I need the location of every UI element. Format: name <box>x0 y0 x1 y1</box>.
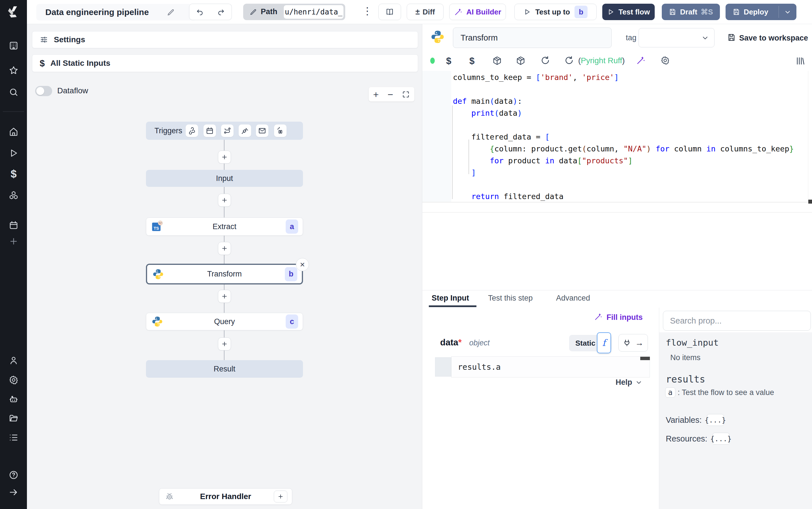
flow-input-section-label[interactable]: flow_input <box>666 337 719 348</box>
tab-step-input[interactable]: Step Input <box>432 294 469 303</box>
schedule-trigger-icon[interactable] <box>204 125 216 137</box>
workspace-icon[interactable] <box>8 40 19 51</box>
variables-dollar-icon[interactable]: $ <box>469 56 474 66</box>
reload-icon[interactable] <box>564 56 574 65</box>
result-node[interactable]: Result <box>146 360 303 378</box>
package-icon[interactable] <box>492 56 502 66</box>
variables-dollar-icon[interactable]: $ <box>8 168 19 179</box>
flow-settings-label: Settings <box>54 35 85 44</box>
poll-watch-trigger-icon[interactable] <box>274 125 287 137</box>
ai-builder-button[interactable]: AI Builder <box>449 4 506 20</box>
undo-button[interactable] <box>189 4 211 20</box>
home-icon[interactable] <box>8 126 19 137</box>
insert-step-button[interactable] <box>218 242 231 255</box>
lint-status: (Pyright Ruff) <box>578 56 625 65</box>
toggle-knob <box>36 87 44 95</box>
code-editor[interactable]: columns_to_keep = ['brand', 'price']def … <box>453 71 810 202</box>
more-options-kebab-icon[interactable]: ⋮ <box>362 5 373 17</box>
websocket-plug-trigger-icon[interactable] <box>238 125 251 137</box>
step-name-input[interactable]: Transform <box>453 28 612 48</box>
diff-button[interactable]: ±Diff <box>407 4 444 20</box>
indent-guide <box>469 139 469 174</box>
draft-button[interactable]: Draft ⌘S <box>662 4 720 20</box>
expression-editor-gutter <box>435 357 451 377</box>
editor-scrollbar-thumb[interactable] <box>808 200 812 204</box>
dataflow-toggle[interactable] <box>35 86 52 96</box>
sidebar-more-plus-icon[interactable] <box>8 236 19 247</box>
docs-book-button[interactable] <box>378 4 401 20</box>
all-static-inputs-row[interactable]: $ All Static Inputs <box>32 55 418 72</box>
flow-settings-row[interactable]: Settings <box>32 31 418 48</box>
results-section-label[interactable]: results <box>666 374 705 385</box>
variables-value-badge[interactable]: {...} <box>707 414 724 426</box>
ai-wand-icon[interactable] <box>636 56 645 65</box>
audit-logs-icon[interactable] <box>8 432 19 443</box>
edit-title-pencil-icon[interactable] <box>167 8 175 16</box>
redo-button[interactable] <box>210 4 232 20</box>
user-icon[interactable] <box>8 355 19 366</box>
zoom-in-button[interactable]: + <box>373 90 379 99</box>
search-prop-input[interactable] <box>663 311 811 331</box>
help-toggle[interactable]: Help <box>616 378 642 387</box>
insert-step-button[interactable] <box>218 150 231 164</box>
test-flow-button[interactable]: Test flow <box>602 4 655 20</box>
tag-select[interactable] <box>638 28 714 47</box>
tab-advanced[interactable]: Advanced <box>556 294 590 303</box>
reload-icon[interactable] <box>541 56 550 65</box>
javascript-expression-mode-button[interactable]: f <box>597 332 611 353</box>
test-up-to-button[interactable]: Test up to b <box>514 4 597 20</box>
wand-icon <box>454 8 463 16</box>
error-handler-node[interactable]: Error Handler <box>159 488 292 505</box>
result-key-badge[interactable]: a <box>665 387 675 398</box>
http-route-trigger-icon[interactable] <box>221 125 233 137</box>
extract-step-node[interactable]: TS Extract a <box>146 217 303 236</box>
expression-editor[interactable]: results.a <box>451 357 650 377</box>
webhook-trigger-icon[interactable] <box>186 125 198 137</box>
static-inputs-dollar-icon[interactable]: $ <box>446 56 451 66</box>
tab-test-this-step[interactable]: Test this step <box>488 294 533 303</box>
editor-gutter <box>422 71 451 202</box>
result-row[interactable]: a : Test the flow to see a value <box>665 387 774 398</box>
email-trigger-icon[interactable] <box>256 125 268 137</box>
fit-view-button[interactable] <box>402 91 410 98</box>
library-icon[interactable] <box>795 56 805 66</box>
transform-step-node-selected[interactable]: Transform b <box>146 264 303 284</box>
deploy-chevron-down-icon[interactable] <box>784 8 791 16</box>
path-button[interactable]: Path u/henri/data_ <box>243 4 345 20</box>
insert-step-button[interactable] <box>218 337 231 350</box>
input-node[interactable]: Input <box>146 170 303 187</box>
package-icon[interactable] <box>516 56 526 66</box>
add-error-handler-button[interactable] <box>274 490 287 503</box>
deselect-step-close-button[interactable]: × <box>296 258 309 271</box>
windmill-logo-icon[interactable] <box>5 4 21 20</box>
sidebar-divider <box>3 111 24 112</box>
connect-input-group[interactable]: → <box>619 334 648 352</box>
step-name-value: Transform <box>460 33 498 42</box>
dataflow-label: Dataflow <box>57 86 88 95</box>
sidebar: $ <box>0 0 27 509</box>
deploy-button[interactable]: Deploy <box>726 4 797 20</box>
fill-inputs-button[interactable]: Fill inputs <box>606 313 643 322</box>
workers-robot-icon[interactable] <box>8 394 19 405</box>
python-icon <box>430 30 445 45</box>
zoom-out-button[interactable]: − <box>388 90 394 99</box>
search-icon[interactable] <box>8 87 19 98</box>
runs-icon[interactable] <box>8 147 19 159</box>
resources-cubes-icon[interactable] <box>8 190 19 201</box>
editor-settings-gear-icon[interactable] <box>660 56 670 65</box>
insert-step-button[interactable] <box>218 194 231 207</box>
settings-gear-icon[interactable] <box>8 374 19 386</box>
insert-step-button[interactable] <box>218 290 231 303</box>
schedules-calendar-icon[interactable] <box>8 219 19 231</box>
help-icon[interactable] <box>8 469 19 481</box>
query-step-node[interactable]: Query c <box>146 313 303 330</box>
favorites-star-icon[interactable] <box>8 65 19 76</box>
draft-shortcut: ⌘S <box>701 8 713 16</box>
folders-icon[interactable] <box>8 413 19 424</box>
path-value[interactable]: u/henri/data_ <box>284 5 344 19</box>
resources-value-badge[interactable]: {...} <box>712 433 730 445</box>
no-items-label: No items <box>670 353 701 362</box>
result-hint: : Test the flow to see a value <box>678 388 774 397</box>
save-to-workspace-button[interactable]: Save to workspace <box>739 34 808 42</box>
collapse-arrow-icon[interactable] <box>8 486 19 498</box>
